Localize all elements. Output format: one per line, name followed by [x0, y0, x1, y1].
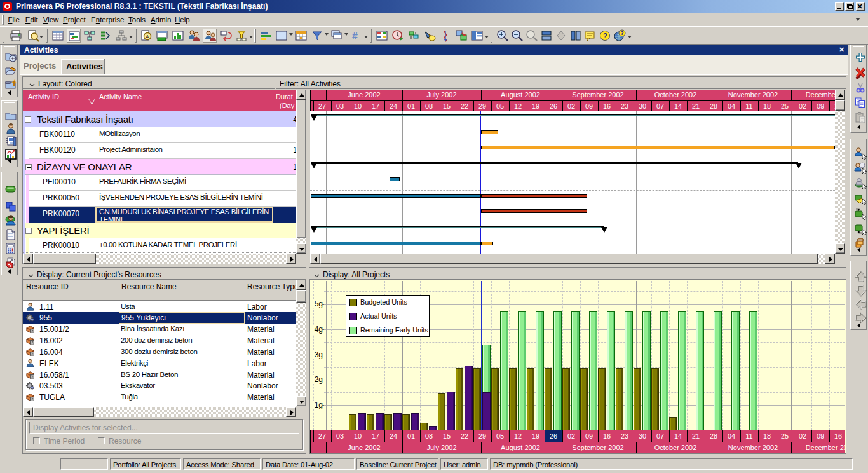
svg-text:#: # — [352, 31, 358, 41]
svg-text:?: ? — [603, 32, 607, 39]
svg-text:?: ? — [621, 30, 624, 36]
svg-text:A: A — [146, 34, 149, 39]
